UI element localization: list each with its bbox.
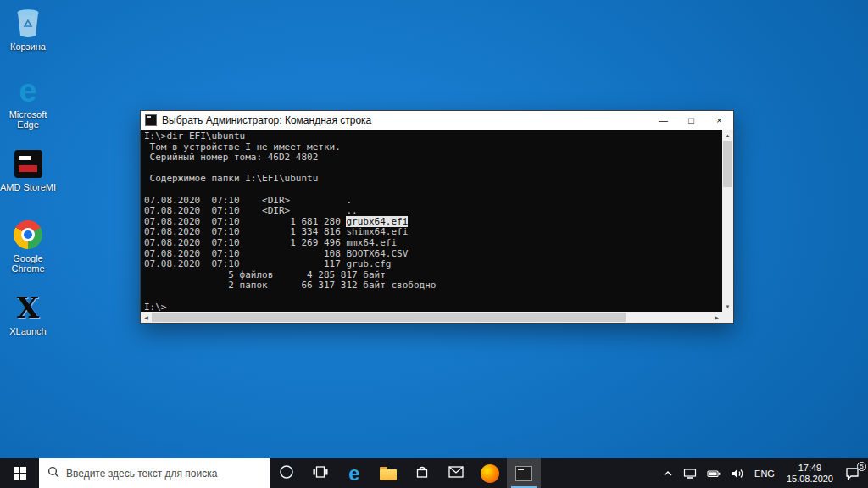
chevron-up-icon	[663, 469, 673, 478]
close-button[interactable]: ×	[705, 111, 733, 130]
cmd-window-icon	[145, 114, 157, 126]
notification-badge: 5	[857, 462, 866, 471]
file-explorer-button[interactable]	[371, 458, 405, 488]
mail-icon	[448, 466, 464, 481]
vertical-scroll-thumb[interactable]	[723, 141, 732, 187]
scrollbar-corner	[722, 312, 733, 323]
windows-logo-icon	[14, 467, 26, 480]
desktop: Корзина e Microsoft Edge AMD StoreMI Goo…	[0, 0, 868, 488]
recycle-bin-icon	[15, 7, 41, 39]
edge-icon: e	[348, 463, 359, 484]
file-explorer-icon	[380, 469, 397, 480]
edge-icon: e	[19, 75, 36, 107]
chrome-icon	[14, 219, 42, 251]
desktop-icon-chrome[interactable]: Google Chrome	[0, 219, 56, 274]
horizontal-scrollbar[interactable]: ◀ ▶	[141, 312, 722, 323]
system-tray: ENG 17:49 15.08.2020 5	[658, 458, 868, 488]
terminal-line: Серийный номер тома: 46D2-4802	[144, 152, 722, 164]
taskbar-edge-button[interactable]: e	[337, 458, 371, 488]
cortana-icon	[279, 464, 294, 483]
start-button[interactable]	[0, 458, 39, 488]
scroll-up-button[interactable]: ▲	[722, 130, 733, 141]
firefox-icon	[481, 464, 499, 483]
desktop-icon-label: AMD StoreMI	[0, 182, 56, 192]
taskbar: e	[0, 458, 868, 488]
terminal-output[interactable]: I:\>dir EFI\ubuntu Том в устройстве I не…	[141, 130, 722, 312]
desktop-icon-xlaunch[interactable]: X XLaunch	[0, 291, 56, 336]
firefox-button[interactable]	[473, 458, 507, 488]
horizontal-scroll-thumb[interactable]	[152, 313, 626, 322]
action-center-button[interactable]: 5	[840, 458, 868, 488]
cmd-icon	[515, 466, 532, 481]
store-icon	[415, 464, 430, 483]
task-view-button[interactable]	[303, 458, 337, 488]
cmd-window: Выбрать Администратор: Командная строка …	[140, 110, 734, 324]
battery-tray-button[interactable]	[702, 458, 726, 488]
desktop-icon-label: Google Chrome	[0, 253, 56, 274]
desktop-icon-label: Microsoft Edge	[0, 109, 56, 130]
scroll-down-button[interactable]: ▼	[722, 301, 733, 312]
vertical-scrollbar[interactable]: ▲ ▼	[722, 130, 733, 312]
clock-time: 17:49	[798, 463, 822, 474]
maximize-button[interactable]: □	[677, 111, 705, 130]
terminal-line	[144, 291, 722, 302]
scroll-left-button[interactable]: ◀	[141, 312, 152, 323]
taskbar-cmd-button[interactable]	[507, 458, 541, 488]
amd-storemi-icon	[14, 147, 42, 180]
title-bar[interactable]: Выбрать Администратор: Командная строка …	[141, 111, 733, 130]
clock-date: 15.08.2020	[787, 474, 833, 485]
desktop-icon-label: XLaunch	[9, 326, 46, 336]
terminal-line: I:\>_	[144, 302, 722, 313]
cmd-window-title: Выбрать Администратор: Командная строка	[162, 114, 649, 126]
scroll-right-button[interactable]: ▶	[711, 312, 722, 323]
task-view-icon	[313, 464, 328, 483]
search-icon	[47, 466, 59, 481]
minimize-button[interactable]: —	[649, 111, 677, 130]
desktop-icon-edge[interactable]: e Microsoft Edge	[0, 75, 56, 130]
desktop-icon-amd-storemi[interactable]: AMD StoreMI	[0, 147, 56, 192]
desktop-icon-recycle-bin[interactable]: Корзина	[0, 7, 56, 52]
xlaunch-icon: X	[17, 291, 39, 324]
language-indicator[interactable]: ENG	[749, 458, 780, 488]
network-tray-button[interactable]	[678, 458, 702, 488]
cortana-button[interactable]	[270, 458, 303, 488]
search-input[interactable]	[66, 468, 261, 480]
taskbar-search[interactable]	[39, 458, 270, 488]
volume-icon	[731, 468, 744, 480]
window-controls: — □ ×	[649, 111, 733, 130]
network-icon	[683, 468, 697, 480]
taskbar-clock[interactable]: 17:49 15.08.2020	[780, 458, 840, 488]
mail-button[interactable]	[439, 458, 473, 488]
battery-icon	[707, 469, 721, 479]
terminal-line: Содержимое папки I:\EFI\ubuntu	[144, 174, 722, 185]
terminal-line: 2 папок 66 317 312 байт свободно	[144, 280, 722, 291]
desktop-icon-label: Корзина	[10, 42, 46, 52]
microsoft-store-button[interactable]	[405, 458, 439, 488]
volume-tray-button[interactable]	[726, 458, 749, 488]
tray-expand-button[interactable]	[658, 458, 678, 488]
